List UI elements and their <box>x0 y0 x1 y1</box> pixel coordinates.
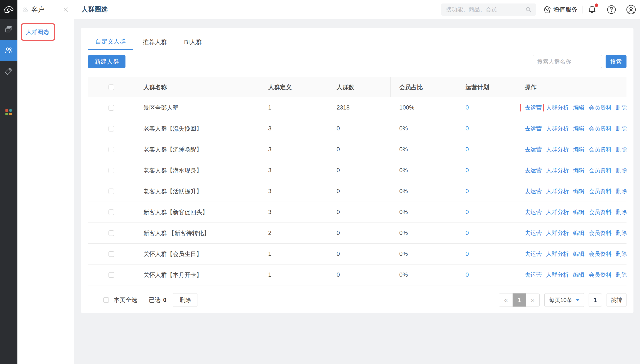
edit-link[interactable]: 编辑 <box>573 167 584 174</box>
row-checkbox[interactable] <box>109 251 114 257</box>
rail-item-apps[interactable] <box>0 102 18 123</box>
select-all-header-checkbox[interactable] <box>109 84 114 90</box>
edit-link[interactable]: 编辑 <box>573 209 584 215</box>
audience-search-input[interactable] <box>533 55 602 68</box>
delete-link[interactable]: 删除 <box>616 230 626 236</box>
delete-link[interactable]: 删除 <box>616 125 626 132</box>
audience-analysis-link[interactable]: 人群分析 <box>546 230 569 236</box>
member-profile-link[interactable]: 会员资料 <box>589 230 611 236</box>
row-checkbox[interactable] <box>109 126 114 132</box>
audience-analysis-link[interactable]: 人群分析 <box>546 250 569 257</box>
operation-plan-link[interactable]: 0 <box>465 272 469 278</box>
edit-link[interactable]: 编辑 <box>573 146 584 152</box>
go-operate-link[interactable]: 去运营 <box>525 230 542 236</box>
delete-link[interactable]: 删除 <box>616 167 626 174</box>
edit-link[interactable]: 编辑 <box>573 272 584 278</box>
audience-analysis-link[interactable]: 人群分析 <box>546 104 569 111</box>
tab-recommended-audience[interactable]: 推荐人群 <box>136 28 174 50</box>
value-added-services-button[interactable]: 增值服务 <box>543 6 577 14</box>
operation-plan-link[interactable]: 0 <box>465 209 469 215</box>
help-button[interactable] <box>607 5 616 14</box>
search-button[interactable]: 搜索 <box>605 55 626 68</box>
audience-analysis-link[interactable]: 人群分析 <box>546 125 569 132</box>
global-search-input[interactable] <box>445 6 525 13</box>
member-profile-link[interactable]: 会员资料 <box>589 167 611 174</box>
audience-analysis-link[interactable]: 人群分析 <box>546 272 569 278</box>
edit-link[interactable]: 编辑 <box>573 125 584 132</box>
select-all-page-checkbox[interactable] <box>103 297 109 303</box>
rail-item-tags[interactable] <box>0 61 18 82</box>
edit-link[interactable]: 编辑 <box>573 230 584 236</box>
row-actions: 去运营人群分析编辑会员资料删除 <box>516 166 626 174</box>
delete-link[interactable]: 删除 <box>616 209 626 215</box>
audience-analysis-link[interactable]: 人群分析 <box>546 167 569 174</box>
delete-link[interactable]: 删除 <box>616 104 626 111</box>
bulk-delete-button[interactable]: 删除 <box>173 293 198 307</box>
member-profile-link[interactable]: 会员资料 <box>589 188 611 194</box>
rail-item-stack[interactable] <box>0 19 18 40</box>
go-operate-link[interactable]: 去运营 <box>525 272 542 278</box>
account-button[interactable] <box>626 4 636 14</box>
delete-link[interactable]: 删除 <box>616 146 626 152</box>
go-operate-link[interactable]: 去运营 <box>525 146 542 152</box>
row-checkbox[interactable] <box>109 272 114 278</box>
table-row: 老客人群【潜水现身】300%0去运营人群分析编辑会员资料删除 <box>88 160 626 181</box>
operation-plan-link[interactable]: 0 <box>465 167 469 174</box>
close-icon[interactable] <box>63 6 69 13</box>
delete-link[interactable]: 删除 <box>616 272 626 278</box>
help-icon <box>607 5 616 14</box>
go-operate-link[interactable]: 去运营 <box>525 125 542 132</box>
operation-plan-link[interactable]: 0 <box>465 250 469 257</box>
row-actions: 去运营人群分析编辑会员资料删除 <box>516 229 626 237</box>
delete-link[interactable]: 删除 <box>616 250 626 257</box>
go-operate-link[interactable]: 去运营 <box>525 167 542 174</box>
operation-plan-link[interactable]: 0 <box>465 104 469 111</box>
go-operate-link[interactable]: 去运营 <box>525 104 542 111</box>
notifications-button[interactable] <box>587 5 597 14</box>
member-profile-link[interactable]: 会员资料 <box>589 250 611 257</box>
member-profile-link[interactable]: 会员资料 <box>589 146 611 152</box>
row-checkbox[interactable] <box>109 147 114 152</box>
operation-plan-link[interactable]: 0 <box>465 188 469 194</box>
row-checkbox[interactable] <box>109 230 114 236</box>
global-search[interactable] <box>441 4 536 16</box>
edit-link[interactable]: 编辑 <box>573 188 584 194</box>
next-page-button[interactable]: » <box>526 294 539 306</box>
delete-link[interactable]: 删除 <box>616 188 626 194</box>
go-operate-link[interactable]: 去运营 <box>525 188 542 194</box>
row-checkbox[interactable] <box>109 168 114 173</box>
member-profile-link[interactable]: 会员资料 <box>589 104 611 111</box>
rail-item-customers[interactable] <box>0 40 18 61</box>
audience-analysis-link[interactable]: 人群分析 <box>546 146 569 152</box>
new-audience-button[interactable]: 新建人群 <box>88 55 126 68</box>
row-checkbox[interactable] <box>109 105 114 110</box>
tab-bi-audience[interactable]: BI人群 <box>177 28 209 50</box>
toolbar-search-group: 搜索 <box>533 55 626 68</box>
top-header: 人群圈选 增值服务 <box>74 0 640 19</box>
edit-link[interactable]: 编辑 <box>573 104 584 111</box>
page-size-select[interactable]: 每页10条 <box>544 293 584 307</box>
row-checkbox[interactable] <box>109 188 114 194</box>
row-checkbox[interactable] <box>109 210 114 215</box>
jump-button[interactable]: 跳转 <box>606 293 626 307</box>
operation-plan-link[interactable]: 0 <box>465 230 469 236</box>
jump-page-input[interactable] <box>588 293 602 307</box>
tab-custom-audience[interactable]: 自定义人群 <box>88 28 133 50</box>
prev-page-button[interactable]: « <box>499 294 512 306</box>
cell-count: 0 <box>328 209 391 216</box>
audience-analysis-link[interactable]: 人群分析 <box>546 209 569 215</box>
cell-definition: 3 <box>259 146 328 153</box>
tab-bar: 自定义人群 推荐人群 BI人群 <box>88 28 626 50</box>
member-profile-link[interactable]: 会员资料 <box>589 272 611 278</box>
operation-plan-link[interactable]: 0 <box>465 125 469 132</box>
search-icon <box>525 6 532 13</box>
current-page[interactable]: 1 <box>512 294 526 306</box>
member-profile-link[interactable]: 会员资料 <box>589 209 611 215</box>
audience-analysis-link[interactable]: 人群分析 <box>546 188 569 194</box>
sidebar-item-audience-selection[interactable]: 人群圈选 <box>21 23 55 41</box>
member-profile-link[interactable]: 会员资料 <box>589 125 611 132</box>
go-operate-link[interactable]: 去运营 <box>525 250 542 257</box>
edit-link[interactable]: 编辑 <box>573 250 584 257</box>
operation-plan-link[interactable]: 0 <box>465 146 469 152</box>
go-operate-link[interactable]: 去运营 <box>525 209 542 215</box>
